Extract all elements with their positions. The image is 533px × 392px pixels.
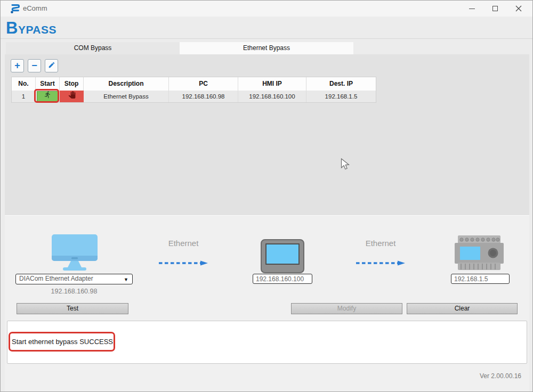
- tab-bar: COM Bypass Ethernet Bypass: [6, 42, 353, 54]
- maximize-icon: [492, 6, 498, 11]
- plus-icon: +: [14, 60, 20, 71]
- table-row[interactable]: 1 Ethernet Bypass: [12, 91, 376, 102]
- toolbar: + −: [11, 59, 58, 72]
- chevron-down-icon: ▼: [124, 275, 128, 284]
- page-title-initial: B: [6, 19, 18, 37]
- cell-description: Ethernet Bypass: [84, 91, 169, 102]
- ethernet-link2-label: Ethernet: [355, 239, 406, 248]
- version-label: Ver 2.00.00.16: [480, 372, 521, 380]
- ecomm-logo-icon: [9, 3, 21, 17]
- dest-ip-input[interactable]: [451, 274, 510, 284]
- pc-ip-label: 192.168.160.98: [15, 288, 133, 295]
- col-header-pc: PC: [169, 77, 238, 91]
- page-title-rest: YPASS: [18, 23, 56, 36]
- col-header-stop: Stop: [60, 77, 84, 91]
- stop-hand-icon: [68, 91, 76, 102]
- minimize-icon: [469, 9, 475, 9]
- col-header-dest-ip: Dest. IP: [306, 77, 376, 91]
- col-header-start: Start: [36, 77, 60, 91]
- hmi-ip-input[interactable]: [253, 274, 312, 284]
- status-message: Start ethernet bypass SUCCESS!: [12, 338, 115, 346]
- pc-monitor-icon: [52, 234, 98, 273]
- clear-button[interactable]: Clear: [407, 303, 518, 314]
- plc-device-icon: [455, 235, 504, 273]
- edit-button[interactable]: [45, 59, 58, 72]
- cell-dest-ip: 192.168.1.5: [306, 91, 376, 102]
- running-man-icon: [44, 91, 52, 102]
- stop-bypass-button[interactable]: [60, 91, 84, 102]
- connection-panel: Ethernet Ethernet: [5, 215, 529, 392]
- ethernet-link1-label: Ethernet: [158, 239, 209, 248]
- pencil-icon: [48, 60, 55, 71]
- close-icon: [515, 5, 522, 12]
- modify-button[interactable]: Modify: [291, 303, 402, 314]
- mouse-cursor: [341, 158, 350, 173]
- add-button[interactable]: +: [11, 59, 24, 72]
- start-bypass-button[interactable]: [37, 91, 59, 102]
- table-header-row: No. Start Stop Description PC HMI IP Des…: [12, 77, 376, 91]
- adapter-select[interactable]: DIACom Ethernet Adapter ▼: [15, 274, 133, 284]
- cell-start: [36, 91, 60, 102]
- ethernet-link2-arrow-icon: [355, 259, 406, 268]
- test-button[interactable]: Test: [17, 303, 128, 314]
- hmi-device-icon: [261, 239, 304, 275]
- bypass-list-panel: + − No. Start Stop Description PC HMI IP…: [5, 54, 529, 215]
- cell-stop: [60, 91, 84, 102]
- ethernet-link1-arrow-icon: [158, 259, 209, 268]
- col-header-no: No.: [12, 77, 36, 91]
- tab-com-bypass[interactable]: COM Bypass: [6, 42, 180, 54]
- header-band: BYPASS: [1, 17, 532, 39]
- adapter-select-value: DIACom Ethernet Adapter: [19, 275, 93, 282]
- col-header-description: Description: [84, 77, 169, 91]
- close-button[interactable]: [507, 1, 530, 17]
- cell-pc: 192.168.160.98: [169, 91, 238, 102]
- title-bar: eComm: [1, 1, 532, 17]
- cell-hmi-ip: 192.168.160.100: [238, 91, 306, 102]
- minimize-button[interactable]: [460, 1, 483, 17]
- minus-icon: −: [31, 60, 37, 71]
- maximize-button[interactable]: [483, 1, 507, 17]
- cell-no: 1: [12, 91, 36, 102]
- bypass-table: No. Start Stop Description PC HMI IP Des…: [11, 77, 376, 103]
- tab-ethernet-bypass[interactable]: Ethernet Bypass: [180, 42, 353, 54]
- ecomm-window: eComm BYPASS COM Bypass Ethernet Bypass …: [0, 0, 533, 392]
- page-title: BYPASS: [6, 19, 56, 38]
- col-header-hmi-ip: HMI IP: [238, 77, 306, 91]
- app-title: eComm: [23, 4, 47, 12]
- remove-button[interactable]: −: [28, 59, 41, 72]
- status-log-box: Start ethernet bypass SUCCESS!: [7, 321, 527, 364]
